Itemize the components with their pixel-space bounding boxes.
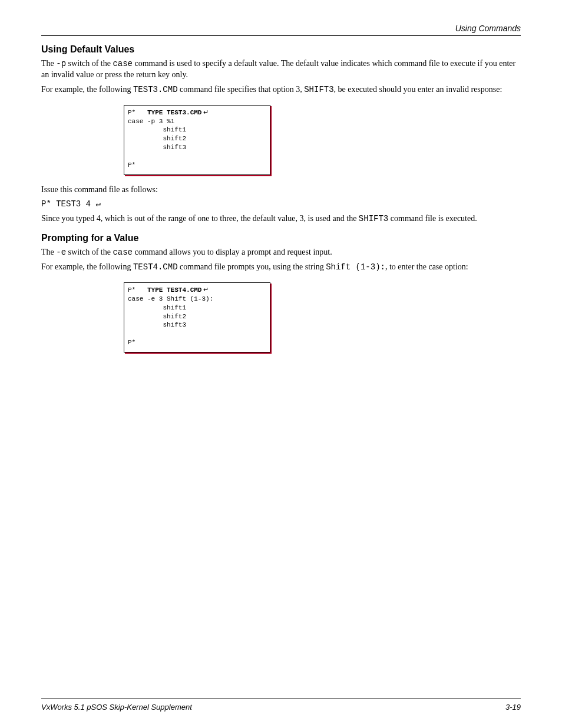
para-prompt-example: For example, the following TEST4.CMD com… (41, 262, 521, 273)
cmd-line-test3: P* TEST3 4 ↵ (41, 199, 521, 210)
code2-cmd: TYPE TEST4.CMD (147, 286, 201, 294)
code1-l2: shift1 (128, 126, 186, 133)
code1-prompt2: P* (128, 162, 135, 169)
file-test4: TEST4.CMD (133, 262, 178, 272)
code2-prompt2: P* (128, 339, 135, 346)
shift3-ref: SHIFT3 (359, 214, 388, 223)
para-prompt-intro: The -e switch of the case command allows… (41, 247, 521, 258)
footer-right: 3-19 (505, 703, 521, 711)
footer-left: VxWorks 5.1 pSOS Skip-Kernel Supplement (41, 703, 192, 711)
code2-l3: shift2 (128, 313, 186, 320)
switch-e: -e (56, 248, 66, 257)
case-command: case (113, 59, 133, 68)
code1-l4: shift3 (128, 144, 186, 151)
file-shift3: SHIFT3 (304, 85, 333, 94)
return-icon: ↵ (201, 108, 209, 116)
return-icon: ↵ (201, 286, 209, 293)
para-default-result: Since you typed 4, which is out of the r… (41, 213, 521, 225)
case-command-2: case (113, 248, 133, 257)
header-right: Using Commands (41, 24, 521, 33)
file-test3: TEST3.CMD (133, 85, 178, 94)
code1-l1: case -p 3 %1 (128, 118, 174, 125)
switch-p: -p (56, 59, 66, 68)
code2-l1: case -e 3 Shift (1-3): (128, 295, 213, 302)
code-box-test4: P* TYPE TEST4.CMD ↵ case -e 3 Shift (1-3… (124, 282, 270, 353)
code1-cmd: TYPE TEST3.CMD (147, 109, 201, 116)
code1-l3: shift2 (128, 135, 186, 142)
para-default-intro: The -p switch of the case command is use… (41, 58, 521, 81)
page-footer: VxWorks 5.1 pSOS Skip-Kernel Supplement … (41, 694, 521, 711)
code2-l4: shift3 (128, 321, 186, 328)
header-rule (41, 35, 521, 36)
para-default-example: For example, the following TEST3.CMD com… (41, 84, 521, 95)
section-heading-prompting: Prompting for a Value (41, 233, 521, 243)
para-issue-cmd: Issue this command file as follows: (41, 185, 521, 196)
footer-rule (41, 699, 521, 699)
prompt-string: Shift (1-3): (326, 262, 385, 272)
code2-l2: shift1 (128, 304, 186, 311)
code-box-test3: P* TYPE TEST3.CMD ↵ case -p 3 %1 shift1 … (124, 105, 270, 175)
section-heading-default-values: Using Default Values (41, 44, 521, 55)
